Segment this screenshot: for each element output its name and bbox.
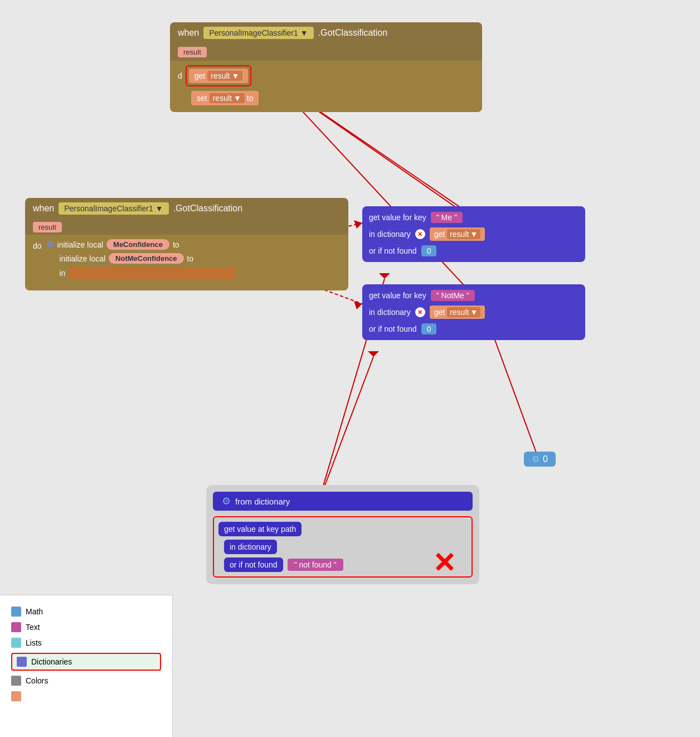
more-icon [11, 691, 21, 701]
top-event-label: .GotClassification [318, 28, 388, 38]
zero-block-1: 0 [421, 245, 437, 256]
top-component-arrow: ▼ [300, 28, 308, 37]
text-label: Text [26, 623, 40, 632]
dictionaries-label: Dictionaries [31, 657, 72, 666]
sidebar-item-dictionaries[interactable]: Dictionaries [11, 653, 161, 671]
get-value-label-1: get value for key [369, 213, 426, 222]
in-dict-bottom-block: in dictionary [224, 540, 277, 554]
bottom-event-block: when PersonalImageClassifier1 ▼ .GotClas… [25, 198, 348, 290]
math-icon [11, 607, 21, 617]
math-label: Math [26, 607, 43, 616]
top-do-label: d [178, 71, 182, 80]
set-result-dropdown[interactable]: result ▼ [210, 93, 245, 103]
dict-block-1: get value for key " Me " in dictionary ✕… [362, 206, 585, 262]
init2-label: initialize local [60, 254, 105, 263]
bottom-component-dropdown[interactable]: PersonalImageClassifier1 ▼ [59, 202, 168, 215]
bottom-do-label: do [33, 241, 42, 250]
not-me-confidence-tag: NotMeConfidence [109, 253, 184, 264]
svg-marker-15 [354, 301, 362, 309]
svg-marker-10 [368, 351, 379, 357]
colors-icon [11, 676, 21, 686]
top-when-label: when [178, 28, 199, 38]
sidebar-item-more[interactable] [11, 688, 161, 704]
get-value-path-block: get value at key path [218, 522, 302, 536]
in-dictionary-label-1: in dictionary [369, 230, 411, 239]
sidebar: Math Text Lists Dictionaries Colors [0, 595, 173, 737]
top-result-badge: result [178, 47, 207, 57]
or-if-not-found-label-1: or if not found [369, 246, 417, 255]
bottom-result-badge: result [33, 222, 62, 232]
me-confidence-tag: MeConfidence [106, 239, 169, 250]
svg-marker-14 [354, 220, 362, 229]
sidebar-item-lists[interactable]: Lists [11, 635, 161, 651]
in-label: in [60, 269, 66, 278]
red-x-overlay: ✕ [432, 549, 456, 577]
init1-label: initialize local [57, 240, 103, 249]
in-block-empty [69, 267, 236, 279]
in-dictionary-label-2: in dictionary [369, 308, 411, 317]
text-icon [11, 622, 21, 632]
or-if-not-found-bottom-block: or if not found [224, 557, 283, 572]
top-event-block: when PersonalImageClassifier1 ▼ .GotClas… [170, 22, 482, 112]
zero-block-2: 0 [421, 323, 437, 334]
canvas: when PersonalImageClassifier1 ▼ .GotClas… [0, 0, 700, 737]
sidebar-item-colors[interactable]: Colors [11, 673, 161, 688]
not-found-string-block: " not found " [288, 559, 343, 571]
bottom-panel: ⚙ from dictionary get value at key path … [206, 485, 479, 584]
svg-marker-11 [379, 273, 390, 279]
from-dict-puzzle: ⚙ [222, 495, 231, 507]
gear-icon: ⚙ [46, 239, 54, 250]
sidebar-item-text[interactable]: Text [11, 619, 161, 635]
lists-icon [11, 638, 21, 648]
dict2-get-result[interactable]: get result ▼ [430, 306, 485, 319]
puzzle-icon: ⚙ [532, 454, 539, 464]
get-result-block[interactable]: get result ▼ [189, 69, 249, 83]
dict1-get-result[interactable]: get result ▼ [430, 227, 485, 241]
from-dictionary-label: from dictionary [235, 497, 290, 506]
svg-line-3 [490, 328, 539, 460]
colors-label: Colors [26, 676, 48, 685]
close-icon-2: ✕ [415, 307, 425, 317]
or-if-not-found-label-2: or if not found [369, 324, 417, 333]
get-value-label-2: get value for key [369, 291, 426, 300]
sidebar-item-math[interactable]: Math [11, 604, 161, 619]
svg-line-4 [318, 357, 373, 505]
result-dropdown[interactable]: result ▼ [207, 71, 242, 81]
top-component-dropdown[interactable]: PersonalImageClassifier1 ▼ [203, 27, 313, 39]
set-result-block[interactable]: set result ▼ to [191, 91, 259, 105]
notme-key-block: " NotMe " [431, 290, 475, 301]
bottom-event-label: .GotClassification [173, 203, 243, 214]
close-icon-1: ✕ [415, 229, 425, 239]
get-label: get [195, 71, 205, 80]
bottom-when-label: when [33, 203, 54, 214]
dictionaries-icon [17, 657, 27, 667]
standalone-zero-block: ⚙ 0 [524, 452, 556, 467]
me-key-block: " Me " [431, 212, 463, 223]
dict-block-2: get value for key " NotMe " in dictionar… [362, 284, 585, 340]
lists-label: Lists [26, 638, 42, 647]
